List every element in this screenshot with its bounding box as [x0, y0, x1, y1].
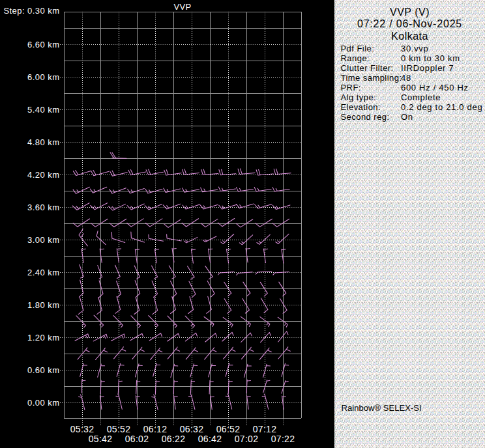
- svg-text:2.40 km: 2.40 km: [27, 268, 59, 277]
- svg-text:6.60 km: 6.60 km: [27, 40, 59, 49]
- svg-text:On: On: [401, 112, 413, 122]
- svg-text:3.60 km: 3.60 km: [27, 203, 59, 212]
- svg-text:Elevation:: Elevation:: [341, 102, 381, 112]
- svg-text:Second reg:: Second reg:: [341, 112, 390, 122]
- svg-text:0.00 km: 0.00 km: [27, 398, 59, 408]
- svg-text:Clutter Filter:: Clutter Filter:: [341, 63, 394, 73]
- svg-text:0.2 deg to 21.0 deg: 0.2 deg to 21.0 deg: [401, 102, 482, 112]
- svg-text:06:52: 06:52: [216, 424, 241, 434]
- svg-text:1.80 km: 1.80 km: [27, 300, 59, 310]
- svg-text:IIRDoppler 7: IIRDoppler 7: [401, 63, 454, 73]
- svg-text:30.vvp: 30.vvp: [401, 44, 429, 53]
- svg-text:07:22 / 06-Nov-2025: 07:22 / 06-Nov-2025: [357, 18, 462, 29]
- svg-text:0 km to 30 km: 0 km to 30 km: [401, 53, 460, 63]
- svg-text:Kolkata: Kolkata: [391, 31, 428, 42]
- svg-text:05:32: 05:32: [70, 424, 95, 434]
- svg-text:05:42: 05:42: [89, 434, 113, 444]
- svg-text:Step: 0.30 km: Step: 0.30 km: [3, 6, 59, 16]
- svg-text:06:42: 06:42: [198, 434, 222, 444]
- svg-text:3.00 km: 3.00 km: [27, 235, 59, 245]
- svg-text:07:22: 07:22: [271, 434, 295, 444]
- svg-text:06:32: 06:32: [180, 424, 204, 434]
- svg-text:Time sampling:: Time sampling:: [341, 73, 402, 83]
- svg-text:5.40 km: 5.40 km: [27, 105, 59, 115]
- svg-text:4.80 km: 4.80 km: [27, 137, 59, 147]
- svg-text:Complete: Complete: [401, 92, 441, 102]
- svg-text:6.00 km: 6.00 km: [27, 72, 59, 82]
- svg-text:06:02: 06:02: [125, 434, 149, 444]
- svg-text:06:22: 06:22: [162, 434, 186, 444]
- svg-text:600 Hz / 450 Hz: 600 Hz / 450 Hz: [401, 83, 469, 92]
- svg-text:07:02: 07:02: [235, 434, 259, 444]
- svg-text:07:12: 07:12: [253, 424, 277, 434]
- svg-text:06:12: 06:12: [143, 424, 168, 434]
- svg-text:0.60 km: 0.60 km: [27, 365, 59, 375]
- svg-text:VVP (V): VVP (V): [390, 7, 430, 18]
- svg-text:4.20 km: 4.20 km: [27, 170, 59, 180]
- svg-text:1.20 km: 1.20 km: [27, 333, 59, 343]
- svg-text:Rainbow® SELEX-SI: Rainbow® SELEX-SI: [342, 403, 422, 413]
- svg-text:05:52: 05:52: [107, 424, 131, 434]
- svg-text:Range:: Range:: [341, 53, 370, 63]
- svg-text:VVP: VVP: [173, 2, 191, 12]
- svg-text:Pdf File:: Pdf File:: [341, 44, 375, 53]
- svg-text:48: 48: [401, 73, 411, 83]
- svg-text:PRF:: PRF:: [341, 83, 361, 92]
- svg-text:Alg type:: Alg type:: [341, 92, 377, 102]
